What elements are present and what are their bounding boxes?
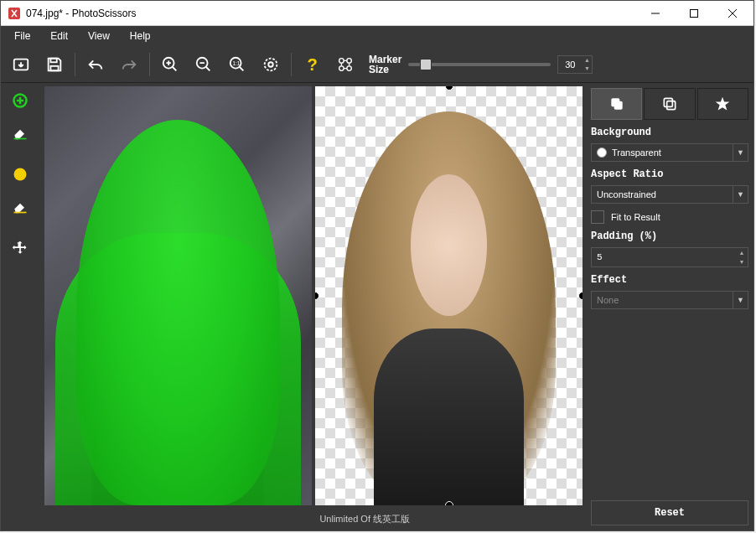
open-button[interactable] [6, 49, 36, 80]
app-icon [8, 7, 21, 20]
zoom-in-button[interactable] [155, 49, 185, 80]
source-canvas[interactable] [44, 86, 312, 505]
padding-up[interactable]: ▲ [736, 248, 748, 257]
menu-file[interactable]: File [4, 28, 40, 44]
settings-button[interactable] [330, 49, 360, 80]
marker-size-up[interactable]: ▲ [582, 56, 592, 65]
svg-point-18 [14, 168, 27, 181]
svg-rect-1 [691, 9, 698, 17]
erase-foreground-button[interactable] [4, 118, 36, 147]
zoom-fit-button[interactable] [256, 49, 286, 80]
effect-dropdown[interactable]: None ▼ [591, 291, 748, 309]
svg-rect-21 [614, 101, 622, 110]
slider-thumb[interactable] [420, 59, 432, 70]
fit-to-result-label: Fit to Result [611, 212, 660, 222]
effect-label: Effect [591, 274, 748, 286]
redo-button[interactable] [114, 49, 144, 80]
marker-size-slider[interactable] [408, 63, 551, 66]
svg-point-12 [339, 58, 344, 63]
svg-text:1:1: 1:1 [233, 60, 241, 65]
marker-size-down[interactable]: ▼ [582, 65, 592, 73]
svg-rect-22 [664, 98, 672, 106]
svg-point-9 [265, 58, 277, 70]
result-canvas[interactable] [315, 86, 583, 505]
tab-effects[interactable] [697, 88, 748, 120]
marker-size-field[interactable] [558, 57, 582, 72]
mark-background-button[interactable] [4, 160, 36, 189]
crop-handle-bottom[interactable] [445, 501, 453, 505]
svg-point-13 [347, 58, 352, 63]
save-button[interactable] [39, 49, 70, 80]
main-toolbar: 1:1 ? Marker Size ▲ ▼ [1, 46, 753, 83]
menu-help[interactable]: Help [120, 28, 161, 44]
erase-background-button[interactable] [4, 192, 36, 220]
fit-to-result-checkbox[interactable] [591, 210, 604, 224]
menu-bar: File Edit View Help [1, 26, 753, 46]
padding-label: Padding (%) [591, 230, 748, 242]
transparent-icon [597, 147, 607, 158]
marker-size-input[interactable]: ▲ ▼ [557, 55, 593, 74]
chevron-down-icon[interactable]: ▼ [733, 292, 748, 308]
svg-text:?: ? [308, 55, 318, 74]
background-label: Background [591, 127, 748, 138]
chevron-down-icon[interactable]: ▼ [733, 144, 748, 161]
help-button[interactable]: ? [297, 49, 327, 80]
crop-handle-right[interactable] [578, 292, 583, 300]
padding-input[interactable]: ▲ ▼ [591, 247, 748, 267]
minimize-button[interactable] [636, 2, 675, 25]
close-button[interactable] [713, 2, 752, 25]
svg-point-10 [268, 62, 273, 67]
padding-field[interactable] [592, 248, 736, 266]
mark-foreground-button[interactable] [4, 86, 36, 115]
left-tool-strip [1, 83, 41, 530]
menu-view[interactable]: View [78, 28, 120, 44]
reset-button[interactable]: Reset [591, 500, 748, 525]
aspect-ratio-label: Aspect Ratio [591, 168, 748, 180]
title-bar: 074.jpg* - PhotoScissors [1, 1, 753, 26]
tab-background[interactable] [591, 88, 642, 120]
zoom-out-button[interactable] [189, 49, 219, 80]
padding-down[interactable]: ▼ [736, 257, 748, 266]
svg-rect-3 [50, 58, 56, 62]
move-tool-button[interactable] [4, 234, 36, 262]
background-dropdown[interactable]: Transparent ▼ [591, 143, 748, 162]
tab-foreground[interactable] [644, 88, 695, 120]
right-panel: Background Transparent ▼ Aspect Ratio Un… [586, 83, 753, 530]
marker-size-label: Marker Size [369, 54, 401, 75]
maximize-button[interactable] [675, 2, 713, 25]
svg-rect-17 [14, 138, 27, 140]
status-text: Unlimited Of 线英工版 [319, 513, 410, 525]
svg-rect-19 [14, 212, 27, 214]
undo-button[interactable] [80, 49, 111, 80]
svg-rect-23 [667, 101, 676, 110]
zoom-actual-button[interactable]: 1:1 [222, 49, 252, 80]
window-title: 074.jpg* - PhotoScissors [26, 8, 636, 19]
svg-rect-4 [50, 65, 58, 70]
canvas-area: Unlimited Of 线英工版 [41, 83, 586, 530]
chevron-down-icon[interactable]: ▼ [733, 186, 748, 203]
menu-edit[interactable]: Edit [40, 28, 78, 44]
svg-point-14 [339, 65, 344, 70]
aspect-ratio-dropdown[interactable]: Unconstrained ▼ [591, 185, 748, 204]
svg-point-15 [347, 65, 352, 70]
